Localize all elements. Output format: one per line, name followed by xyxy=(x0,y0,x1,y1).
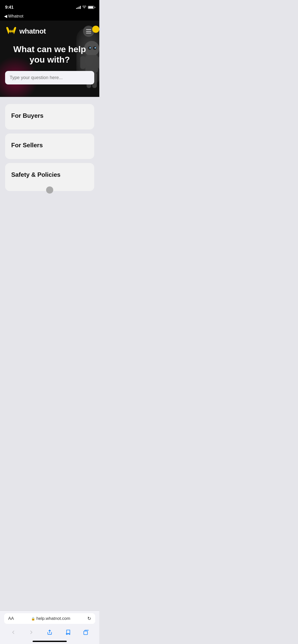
signal-icon xyxy=(76,6,81,9)
back-arrow-icon[interactable]: ◀ xyxy=(4,14,7,19)
hamburger-line-2 xyxy=(86,31,91,32)
status-bar: 9:41 xyxy=(0,0,99,13)
status-icons xyxy=(76,5,94,9)
hero-section: whatnot What can we help you with? xyxy=(0,21,99,97)
buyers-card-title: For Buyers xyxy=(11,112,44,119)
scroll-indicator-dot xyxy=(46,186,53,194)
svg-point-9 xyxy=(94,47,96,49)
search-input[interactable] xyxy=(5,71,94,84)
sellers-card-title: For Sellers xyxy=(11,142,43,149)
buyers-card[interactable]: For Buyers xyxy=(5,104,94,129)
battery-icon xyxy=(88,6,94,9)
svg-rect-3 xyxy=(98,56,99,69)
back-label[interactable]: Whatnot xyxy=(8,14,23,19)
search-container xyxy=(5,71,94,84)
nav-back-bar: ◀ Whatnot xyxy=(0,13,99,21)
hamburger-line-1 xyxy=(86,29,91,30)
wifi-icon xyxy=(82,5,86,9)
sellers-card[interactable]: For Sellers xyxy=(5,134,94,159)
whatnot-logo-icon xyxy=(5,26,17,37)
status-time: 9:41 xyxy=(5,5,13,10)
hamburger-line-3 xyxy=(86,33,91,33)
safety-card[interactable]: Safety & Policies xyxy=(5,163,94,191)
logo-text: whatnot xyxy=(19,27,46,35)
main-content: For Buyers For Sellers Safety & Policies xyxy=(0,97,99,196)
logo-area: whatnot xyxy=(5,26,46,37)
hero-title: What can we help you with? xyxy=(5,44,94,65)
yellow-dot-decoration xyxy=(92,26,99,33)
safety-card-title: Safety & Policies xyxy=(11,171,60,178)
hero-navbar: whatnot xyxy=(5,26,94,37)
